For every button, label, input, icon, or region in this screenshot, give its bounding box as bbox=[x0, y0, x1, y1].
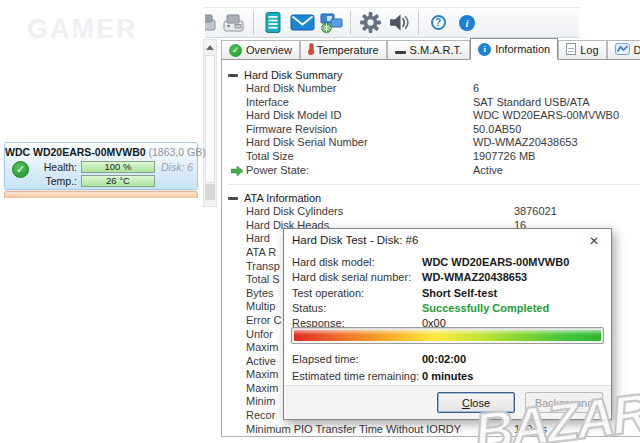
mail-icon[interactable] bbox=[289, 10, 315, 36]
info-row: Firmware Revision50.0AB50 bbox=[228, 123, 640, 137]
info-label: Multip bbox=[246, 300, 275, 314]
health-value: 100 % bbox=[105, 161, 132, 172]
section-title: Hard Disk Summary bbox=[244, 69, 342, 81]
info-row: InterfaceSAT Standard USB/ATA bbox=[228, 96, 640, 110]
tab-temperature[interactable]: Temperature bbox=[300, 40, 387, 59]
field-label: Status: bbox=[292, 301, 326, 316]
scrollbar-thumb[interactable] bbox=[205, 55, 215, 183]
tab-label: S.M.A.R.T. bbox=[410, 44, 463, 56]
info-row: Hard Disk Cylinders3876021 bbox=[228, 205, 640, 219]
device-partial-icon[interactable] bbox=[205, 10, 218, 36]
watermark-gamer: GAMER bbox=[27, 14, 138, 45]
temp-value: 26 °C bbox=[106, 175, 130, 186]
info-label: Hard Disk Number bbox=[246, 82, 336, 96]
info-label: Power State: bbox=[246, 164, 309, 178]
dialog-fields: Hard disk model:WDC WD20EARS-00MVWB0Hard… bbox=[292, 255, 603, 331]
dialog-field-row: Status:Successfully Completed bbox=[292, 301, 603, 316]
field-value: WD-WMAZ20438653 bbox=[422, 270, 527, 285]
section-title: ATA Information bbox=[244, 192, 321, 204]
check-circle-icon: ✓ bbox=[12, 161, 29, 178]
info-label: Total Size bbox=[246, 150, 294, 164]
tab-log[interactable]: Log bbox=[558, 40, 606, 59]
tab-label: Information bbox=[495, 43, 550, 55]
field-label: Hard disk model: bbox=[292, 255, 375, 270]
info-row: Power State:Active bbox=[228, 164, 640, 178]
info-label: Maxim bbox=[246, 341, 278, 355]
test-progress-fill bbox=[294, 330, 601, 341]
help-icon[interactable]: ? bbox=[425, 10, 451, 36]
info-label: Maxim bbox=[246, 382, 278, 396]
network-icon[interactable] bbox=[318, 10, 344, 36]
info-label: Minim bbox=[246, 395, 275, 409]
disk-list-scrollbar[interactable] bbox=[203, 39, 217, 207]
info-value: 3876021 bbox=[514, 205, 557, 219]
info-row: Hard Disk Serial NumberWD-WMAZ20438653 bbox=[228, 136, 640, 150]
tab-s-m-a-r-t[interactable]: S.M.A.R.T. bbox=[387, 40, 471, 59]
info-label: Maxim bbox=[246, 368, 278, 382]
dialog-field-row: Test operation:Short Self-test bbox=[292, 286, 603, 301]
info-row: Total Size1907726 MB bbox=[228, 150, 640, 164]
report-icon[interactable] bbox=[260, 10, 286, 36]
dialog-times: Elapsed time:00:02:00Estimated time rema… bbox=[292, 351, 603, 385]
temp-bar: 26 °C bbox=[81, 175, 155, 187]
time-value: 0 minutes bbox=[422, 368, 473, 385]
toolbar-separator bbox=[418, 11, 419, 35]
info-label: Unfor bbox=[246, 328, 273, 342]
info-label: Interface bbox=[246, 96, 289, 110]
info-circle-icon: i bbox=[478, 42, 491, 56]
tab-label: Temperature bbox=[317, 44, 379, 56]
info-label: Transp bbox=[246, 260, 280, 274]
toolbar-separator bbox=[350, 11, 351, 35]
tab-label: Log bbox=[580, 44, 598, 56]
info-label: Minimum PIO Transfer Time Without IORDY bbox=[246, 423, 461, 437]
main-toolbar: ?i bbox=[205, 7, 579, 38]
background-button: Background bbox=[525, 392, 603, 413]
info-label: Bytes bbox=[246, 287, 274, 301]
info-label: Hard bbox=[246, 232, 270, 246]
field-value: Successfully Completed bbox=[422, 301, 549, 316]
disk-number-note: Disk: 6 bbox=[161, 161, 193, 173]
info-icon[interactable]: i bbox=[454, 10, 480, 36]
power-arrow-icon bbox=[231, 166, 243, 180]
info-label: Recor bbox=[246, 409, 275, 423]
disk-card-title: WDC WD20EARS-00MVWB0 (1863,0 GB) bbox=[5, 146, 197, 158]
info-value: WDC WD20EARS-00MVWB0 bbox=[473, 109, 619, 123]
next-disk-item-edge bbox=[4, 191, 198, 198]
dialog-time-row: Elapsed time:00:02:00 bbox=[292, 351, 603, 368]
check-circle-icon: ✓ bbox=[229, 43, 242, 57]
close-button[interactable]: Close bbox=[437, 392, 515, 413]
tab-overview[interactable]: ✓Overview bbox=[221, 40, 300, 59]
section-hard-disk-summary: Hard Disk SummaryHard Disk Number6Interf… bbox=[228, 68, 640, 177]
disk-size: (1863,0 GB) bbox=[149, 146, 206, 158]
dialog-title: Hard Disk Test - Disk: #6 bbox=[284, 229, 611, 251]
collapse-minus-icon[interactable] bbox=[228, 74, 238, 77]
info-value: 1907726 MB bbox=[473, 150, 535, 164]
info-label: ATA R bbox=[246, 246, 276, 260]
info-label: Active bbox=[246, 355, 276, 369]
info-label: Hard Disk Cylinders bbox=[246, 205, 343, 219]
disk-list-item[interactable]: WDC WD20EARS-00MVWB0 (1863,0 GB) ✓ Healt… bbox=[4, 142, 198, 190]
tab-label: Overview bbox=[246, 44, 292, 56]
test-progress-bar bbox=[291, 327, 604, 344]
close-icon[interactable]: ✕ bbox=[586, 233, 602, 249]
chevron-up-icon[interactable] bbox=[204, 40, 216, 54]
health-bar: 100 % bbox=[81, 161, 155, 173]
dialog-field-row: Hard disk model:WDC WD20EARS-00MVWB0 bbox=[292, 255, 603, 270]
collapse-minus-icon[interactable] bbox=[228, 197, 238, 200]
info-row: Minimum PIO Transfer Time Without IORDY1… bbox=[228, 423, 640, 437]
info-row: Hard Disk Model IDWDC WD20EARS-00MVWB0 bbox=[228, 109, 640, 123]
tab-information[interactable]: iInformation bbox=[470, 38, 558, 60]
info-value: 120 ns bbox=[514, 423, 547, 437]
temp-label: Temp.: bbox=[35, 175, 77, 187]
info-label: Firmware Revision bbox=[246, 123, 337, 137]
drive-icon[interactable] bbox=[221, 10, 247, 36]
dialog-footer: CloseBackground bbox=[284, 385, 611, 419]
disk-model: WDC WD20EARS-00MVWB0 bbox=[5, 146, 146, 158]
settings-gear-icon[interactable] bbox=[357, 10, 383, 36]
field-label: Hard disk serial number: bbox=[292, 270, 411, 285]
hard-disk-test-dialog: Hard Disk Test - Disk: #6 ✕ Hard disk mo… bbox=[283, 228, 612, 420]
field-value: WDC WD20EARS-00MVWB0 bbox=[422, 255, 569, 270]
sound-icon[interactable] bbox=[386, 10, 412, 36]
tab-disk-performance[interactable]: Disk Performance bbox=[607, 40, 640, 59]
time-label: Estimated time remaining: bbox=[292, 370, 419, 382]
